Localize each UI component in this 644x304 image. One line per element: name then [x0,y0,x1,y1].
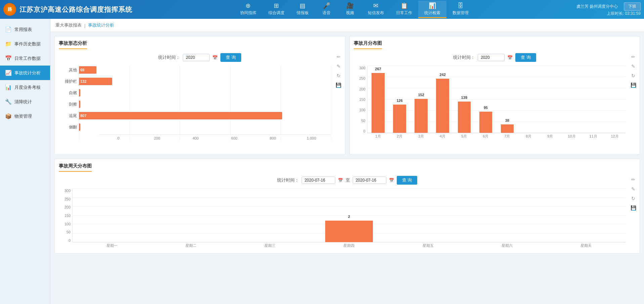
calendar-icon-weekly-start[interactable]: 📅 [338,178,343,183]
h-bar-label-4: 追尾 [59,113,79,119]
nav-item-统计检索[interactable]: 📊统计检索 [418,1,446,18]
v-bar-val-2: 152 [418,93,424,97]
weekly-query-button[interactable]: 查 询 [397,176,418,185]
weekly-controls: 统计时间： 📅 至 📅 查 询 [59,176,636,185]
breadcrumb-item-1: 事故统计分析 [88,22,114,28]
v-bar-xlabel-2: 3月 [418,134,424,139]
sidebar-item-事故统计分析[interactable]: 📈事故统计分析 [0,66,50,80]
eraser-icon-weekly[interactable]: ✎ [630,185,637,193]
shape-stats-time-label: 统计时间： [158,54,180,61]
sidebar-item-常用报表[interactable]: 📄常用报表 [0,22,50,37]
v-bar-3: 242 [436,79,449,133]
nav-item-数据管理[interactable]: 🗄数据管理 [446,1,475,18]
sidebar: 📄常用报表📁事件历史数据📅日常工作数据📈事故统计分析📊月度业务考核🔧清障统计📦物… [0,19,50,304]
nav-item-协同指挥[interactable]: ⊕协同指挥 [234,1,262,18]
weekly-end-input[interactable] [353,177,386,184]
h-bar-track-2 [79,89,331,97]
v-bar-group-6: 387月 [497,66,518,133]
edit-icon[interactable]: ✏ [335,53,342,61]
breadcrumb-item-0[interactable]: 重大事故报表 [55,22,82,28]
h-bar-row-1: 撞护栏132 [79,77,331,85]
header: 路 江苏京沪高速公路综合调度指挥系统 ⊕协同指挥⊞综合调度▤情报板🎤语音🎥视频✉… [0,0,644,19]
sidebar-label-清障统计: 清障统计 [14,99,32,105]
nav-icon-综合调度: ⊞ [274,2,279,9]
v-y-label-300: 300 [354,66,366,70]
v-bar-xlabel-3: 4月 [440,134,445,139]
v-y-label-50: 50 [59,230,71,234]
shape-query-button[interactable]: 查 询 [220,53,241,62]
sidebar-icon-物资管理: 📦 [5,113,12,119]
v-bar-group-5: 星期六 [468,189,547,242]
sidebar-icon-事故统计分析: 📈 [5,70,12,76]
edit-icon-month[interactable]: ✏ [630,53,637,61]
month-stats-time-label: 统计时间： [453,54,475,61]
calendar-icon-weekly-end[interactable]: 📅 [389,178,394,183]
app-title: 江苏京沪高速公路综合调度指挥系统 [19,5,132,14]
sidebar-item-月度业务考核[interactable]: 📊月度业务考核 [0,80,50,94]
accident-month-panel: 事故月分布图 统计时间： 📅 查 询 300250200150100500267… [349,36,640,155]
nav-item-语音[interactable]: 🎤语音 [315,1,338,18]
sidebar-label-事件历史数据: 事件历史数据 [14,41,41,47]
v-bar-xlabel-6: 7月 [504,134,510,139]
nav-item-日常工作[interactable]: 📋日常工作 [390,1,418,18]
v-bar-xlabel-8: 9月 [547,134,553,139]
main-content: 重大事故报表|事故统计分析 事故形态分析 统计时间： 📅 查 询 其他69撞护栏… [50,19,644,304]
refresh-icon-month[interactable]: ↻ [630,72,637,79]
month-query-button[interactable]: 查 询 [515,53,536,62]
shape-stats-time-input[interactable] [183,54,210,61]
sidebar-item-清障统计[interactable]: 🔧清障统计 [0,94,50,109]
nav-item-综合调度[interactable]: ⊞综合调度 [262,1,291,18]
off-duty-button[interactable]: 下班 [624,2,641,11]
calendar-icon-month[interactable]: 📅 [507,55,513,60]
nav-icon-视频: 🎥 [346,2,354,9]
top-charts-row: 事故形态分析 统计时间： 📅 查 询 其他69撞护栏132自燃刮擦追尾807侧翻… [50,32,644,159]
h-bar-label-0: 其他 [59,67,79,73]
sidebar-item-日常工作数据[interactable]: 📅日常工作数据 [0,51,50,66]
nav-item-视频[interactable]: 🎥视频 [338,1,362,18]
eraser-icon[interactable]: ✎ [335,63,342,70]
sidebar-label-事故统计分析: 事故统计分析 [14,70,41,76]
sidebar-icon-清障统计: 🔧 [5,99,12,105]
weekly-start-input[interactable] [302,177,335,184]
sidebar-label-常用报表: 常用报表 [14,27,32,33]
v-y-label-50: 50 [354,119,366,123]
v-bar-xlabel-3: 星期四 [343,243,354,248]
sidebar-icon-日常工作数据: 📅 [5,55,12,62]
h-bar-row-2: 自燃 [79,89,331,97]
month-bar-chart-inner: 3002502001501005002671月1262月1523月2424月13… [354,66,626,140]
h-bar-fill-1: 132 [79,78,112,85]
weekly-chart-area: 300250200150100500星期一星期二星期三2星期四星期五星期六星期天 [59,189,626,249]
month-stats-time-input[interactable] [478,54,505,61]
h-bar-track-0: 69 [79,66,331,74]
v-bar-group-8: 9月 [540,66,561,133]
h-axis-label-200: 200 [138,136,176,140]
refresh-icon[interactable]: ↻ [335,72,342,79]
h-axis-label-1,000: 1,000 [292,136,331,140]
month-chart-tools: ✏ ✎ ↻ 💾 [630,53,637,89]
nav-icon-协同指挥: ⊕ [246,2,251,9]
v-y-label-200: 200 [59,205,71,209]
save-icon-month[interactable]: 💾 [630,81,637,89]
v-y-label-100: 100 [59,222,71,226]
save-icon-weekly[interactable]: 💾 [630,204,637,212]
sidebar-item-物资管理[interactable]: 📦物资管理 [0,109,50,123]
sidebar-label-物资管理: 物资管理 [14,113,32,119]
nav-item-短信发布[interactable]: ✉短信发布 [362,1,390,18]
v-bar-group-0: 星期一 [73,189,152,242]
h-bar-fill-4: 807 [79,112,282,119]
v-bar-group-3: 2424月 [432,66,454,133]
v-bar-val-1: 126 [396,99,402,103]
eraser-icon-month[interactable]: ✎ [630,63,637,70]
v-chart-area: 星期一星期二星期三2星期四星期五星期六星期天 [72,189,626,242]
nav-item-情报板[interactable]: ▤情报板 [291,1,315,18]
edit-icon-weekly[interactable]: ✏ [630,176,637,183]
v-bar-group-9: 10月 [561,66,583,133]
v-bar-group-3: 2星期四 [309,189,388,242]
nav-label-短信发布: 短信发布 [368,10,384,16]
sidebar-item-事件历史数据[interactable]: 📁事件历史数据 [0,37,50,51]
refresh-icon-weekly[interactable]: ↻ [630,195,637,202]
weekly-stats-time-label: 统计时间： [277,177,299,183]
calendar-icon-shape[interactable]: 📅 [212,55,218,60]
save-icon[interactable]: 💾 [335,81,342,89]
nav-icon-统计检索: 📊 [429,2,436,9]
